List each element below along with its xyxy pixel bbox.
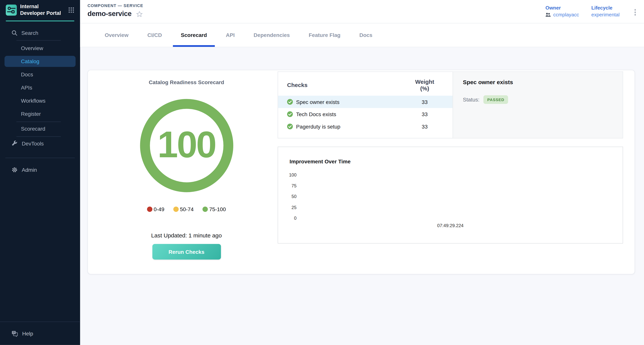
tab-dependencies[interactable]: Dependencies <box>244 24 299 47</box>
legend-item-low: 0-49 <box>147 206 164 212</box>
y-axis-tick: 0 <box>282 216 296 220</box>
last-updated-text: Last Updated: 1 minute ago <box>151 232 222 239</box>
people-icon <box>546 12 551 17</box>
check-detail-title: Spec owner exists <box>463 79 613 86</box>
scorecard-card: Catalog Readiness Scorecard 100 0-49 50-… <box>88 70 635 274</box>
lifecycle-value: experimental <box>591 12 620 18</box>
score-gauge-ring: 100 <box>140 99 233 192</box>
score-legend: 0-49 50-74 75-100 <box>147 206 226 212</box>
svg-text:?: ? <box>13 331 15 334</box>
sidebar-item-overview[interactable]: Overview <box>0 42 80 55</box>
check-detail-panel: Spec owner exists Status: PASSED <box>453 72 623 138</box>
sidebar-search-label: Search <box>21 30 38 36</box>
sidebar-nav: Overview Catalog Docs APIs Workflows Reg… <box>0 42 80 120</box>
legend-item-high: 75-100 <box>202 206 226 212</box>
tab-feature-flag[interactable]: Feature Flag <box>299 24 350 47</box>
sidebar-item-label: Overview <box>21 45 43 51</box>
favorite-star-icon[interactable] <box>136 11 143 18</box>
app-logo-icon <box>6 4 17 16</box>
sidebar-item-label: APIs <box>21 84 32 91</box>
status-label: Status: <box>463 96 480 102</box>
sidebar-accent-divider <box>6 20 74 21</box>
check-weight-value: 33 <box>410 99 439 105</box>
tab-label: Overview <box>105 32 128 38</box>
tab-label: CI/CD <box>148 32 162 38</box>
gear-icon <box>12 166 18 173</box>
tab-label: Scorecard <box>181 32 207 38</box>
check-row-tech-docs[interactable]: Tech Docs exists 33 <box>278 108 453 120</box>
score-value: 100 <box>158 126 215 165</box>
check-row-spec-owner[interactable]: Spec owner exists 33 <box>278 96 453 108</box>
legend-label: 50-74 <box>180 206 194 212</box>
lifecycle-block: Lifecycle experimental <box>591 5 620 18</box>
sidebar-item-label: Scorecard <box>21 126 45 132</box>
sidebar-item-label: Help <box>22 330 33 336</box>
legend-dot-green <box>202 206 208 212</box>
check-name-label: Pagerduty is setup <box>296 124 340 130</box>
check-circle-icon <box>287 124 293 129</box>
tab-overview[interactable]: Overview <box>95 24 138 47</box>
tab-label: Feature Flag <box>309 32 340 38</box>
check-row-pagerduty[interactable]: Pagerduty is setup 33 <box>278 120 453 133</box>
scorecard-title: Catalog Readiness Scorecard <box>149 79 224 85</box>
y-axis-tick: 50 <box>282 194 296 199</box>
sidebar-item-label: Workflows <box>21 98 46 104</box>
checks-column-header: Checks <box>287 82 410 88</box>
entity-tabs: Overview CI/CD Scorecard API Dependencie… <box>80 24 644 47</box>
kebab-menu-icon[interactable] <box>632 7 638 18</box>
y-axis-tick: 25 <box>282 205 296 210</box>
sidebar-item-help[interactable]: ? Help <box>0 322 80 345</box>
breadcrumb: COMPONENT — SERVICE <box>88 3 143 8</box>
owner-label: Owner <box>546 5 579 11</box>
checks-table-header: Checks Weight (%) <box>278 72 453 96</box>
tab-label: Docs <box>359 32 372 38</box>
owner-value: ccmplayacc <box>553 12 579 18</box>
status-badge: PASSED <box>484 95 508 104</box>
sidebar-divider <box>16 40 61 41</box>
tab-scorecard[interactable]: Scorecard <box>172 24 216 47</box>
weight-column-header: Weight (%) <box>410 78 439 92</box>
check-name-label: Tech Docs exists <box>296 111 336 117</box>
sidebar-search[interactable]: Search <box>0 27 80 39</box>
sidebar-spacer <box>0 176 80 322</box>
search-icon <box>12 30 17 36</box>
page-title: demo-service <box>88 10 132 18</box>
sidebar-item-admin[interactable]: Admin <box>0 163 80 176</box>
apps-grid-icon[interactable] <box>68 7 74 13</box>
gauge-column: Catalog Readiness Scorecard 100 0-49 50-… <box>88 70 285 275</box>
sidebar-divider <box>5 158 75 158</box>
sidebar-item-workflows[interactable]: Workflows <box>0 94 80 107</box>
sidebar-item-apis[interactable]: APIs <box>0 81 80 94</box>
legend-dot-red <box>147 206 152 212</box>
check-circle-icon <box>287 112 293 117</box>
y-axis-tick: 75 <box>282 183 296 188</box>
sidebar-item-docs[interactable]: Docs <box>0 68 80 81</box>
help-chat-icon: ? <box>12 330 18 336</box>
sidebar-item-devtools[interactable]: DevTools <box>0 137 80 150</box>
x-axis-tick: 07:49:29.224 <box>278 223 623 228</box>
sidebar-item-label: Docs <box>21 72 33 78</box>
sidebar-item-register[interactable]: Register <box>0 107 80 120</box>
sidebar-item-label: Admin <box>22 166 37 173</box>
legend-dot-yellow <box>174 206 179 212</box>
sidebar-item-label: Catalog <box>21 58 40 64</box>
sidebar-item-scorecard[interactable]: Scorecard <box>0 122 80 135</box>
check-weight-value: 33 <box>410 124 439 130</box>
wrench-icon <box>12 140 18 146</box>
app-root: Internal Developer Portal Search <box>0 0 644 345</box>
tab-api[interactable]: API <box>216 24 244 47</box>
tab-label: API <box>226 32 235 38</box>
active-tab-underline <box>173 45 215 47</box>
sidebar-item-label: Register <box>21 111 41 117</box>
tab-docs[interactable]: Docs <box>350 24 382 47</box>
check-weight-value: 33 <box>410 111 439 117</box>
legend-item-mid: 50-74 <box>174 206 194 212</box>
entity-header: COMPONENT — SERVICE demo-service Owner <box>80 0 644 24</box>
sidebar-item-catalog[interactable]: Catalog <box>4 56 76 67</box>
sidebar: Internal Developer Portal Search <box>0 0 80 345</box>
sidebar-item-label: DevTools <box>22 140 44 146</box>
tab-cicd[interactable]: CI/CD <box>138 24 172 47</box>
check-name-label: Spec owner exists <box>296 99 340 105</box>
rerun-checks-button[interactable]: Rerun Checks <box>152 244 221 260</box>
owner-link[interactable]: ccmplayacc <box>546 12 579 18</box>
